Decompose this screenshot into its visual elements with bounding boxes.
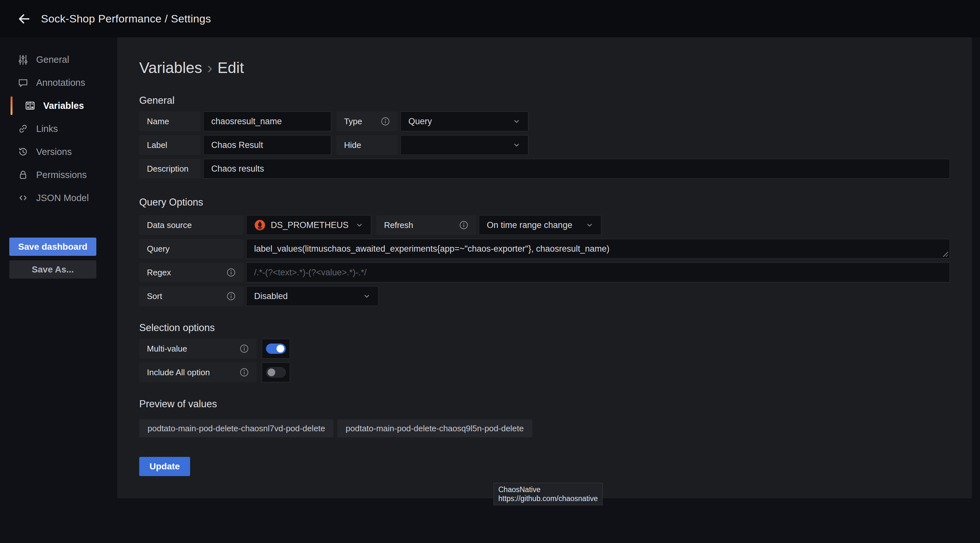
update-button[interactable]: Update <box>139 457 190 476</box>
sidebar-item-annotations[interactable]: Annotations <box>0 71 118 94</box>
label-input[interactable] <box>203 135 331 155</box>
sidebar-item-label: Versions <box>36 146 72 157</box>
tooltip-url: https://github.com/chaosnative <box>498 494 598 503</box>
breadcrumb-page: Edit <box>218 59 244 76</box>
name-type-row: Name Type Query <box>139 111 950 131</box>
toggle-knob <box>277 345 284 352</box>
sidebar-item-label: General <box>36 54 69 65</box>
back-button[interactable] <box>13 8 35 30</box>
sort-select[interactable]: Disabled <box>246 286 379 306</box>
lock-icon <box>18 169 29 180</box>
regex-label: Regex <box>139 263 243 282</box>
settings-nav: General Annotations Variables Links Vers… <box>0 48 118 209</box>
selection-options-heading: Selection options <box>139 322 950 334</box>
sidebar-item-permissions[interactable]: Permissions <box>0 163 118 186</box>
sidebar-item-label: Links <box>36 124 58 134</box>
sidebar-item-variables[interactable]: Variables <box>0 94 118 117</box>
description-label: Description <box>139 159 200 178</box>
prometheus-icon <box>254 219 266 231</box>
history-icon <box>18 146 29 157</box>
description-row: Description <box>139 159 950 178</box>
page-title: Sock-Shop Performance / Settings <box>41 13 211 25</box>
settings-sidebar: General Annotations Variables Links Vers… <box>0 37 118 279</box>
settings-panel: Variables›Edit General Name Type Query L… <box>118 37 972 498</box>
sidebar-actions: Save dashboard Save As... <box>0 237 118 279</box>
sidebar-item-json-model[interactable]: JSON Model <box>0 186 118 209</box>
sidebar-item-general[interactable]: General <box>0 48 118 71</box>
toggle-track <box>266 367 286 377</box>
breadcrumb: Variables›Edit <box>139 59 950 77</box>
top-nav: Sock-Shop Performance / Settings <box>0 0 980 37</box>
query-row: Query <box>139 239 950 259</box>
sidebar-item-label: JSON Model <box>36 193 89 203</box>
preview-heading: Preview of values <box>139 398 950 410</box>
query-label: Query <box>139 239 243 259</box>
preview-values: podtato-main-pod-delete-chaosnl7vd-pod-d… <box>139 419 950 437</box>
info-icon[interactable] <box>226 291 236 301</box>
preview-value-pill: podtato-main-pod-delete-chaosnl7vd-pod-d… <box>139 419 334 437</box>
include-all-row: Include All option <box>139 362 950 382</box>
name-input[interactable] <box>203 111 331 131</box>
info-icon[interactable] <box>239 344 249 354</box>
info-icon[interactable] <box>239 368 249 377</box>
comment-icon <box>18 77 29 88</box>
datasource-label: Data source <box>139 215 243 235</box>
sidebar-item-label: Permissions <box>36 170 87 180</box>
sliders-icon <box>18 54 29 65</box>
preview-value-pill: podtato-main-pod-delete-chaosq9l5n-pod-d… <box>337 419 532 437</box>
sort-row: Sort Disabled <box>139 286 950 306</box>
regex-row: Regex <box>139 263 950 282</box>
multi-value-toggle[interactable] <box>262 339 290 358</box>
resize-handle[interactable] <box>942 251 948 257</box>
datasource-refresh-row: Data source DS_PROMETHEUS Refresh On tim… <box>139 215 950 235</box>
chevron-down-icon <box>586 221 593 229</box>
multi-value-label: Multi-value <box>139 339 257 358</box>
info-icon[interactable] <box>226 268 236 277</box>
save-as-button[interactable]: Save As... <box>9 260 96 279</box>
chaosnative-tooltip: ChaosNative https://github.com/chaosnati… <box>493 483 603 505</box>
include-all-label: Include All option <box>139 362 257 382</box>
arrow-left-icon <box>18 13 30 25</box>
hide-label: Hide <box>336 135 398 155</box>
sidebar-item-versions[interactable]: Versions <box>0 140 118 163</box>
tooltip-title: ChaosNative <box>498 485 598 494</box>
query-options-heading: Query Options <box>139 197 950 208</box>
regex-input[interactable] <box>246 263 950 282</box>
type-label: Type <box>336 111 398 131</box>
info-icon[interactable] <box>459 220 469 230</box>
chevron-down-icon <box>513 118 520 125</box>
datasource-select[interactable]: DS_PROMETHEUS <box>246 215 371 235</box>
sort-label: Sort <box>139 286 243 306</box>
toggle-track <box>266 344 286 354</box>
chevron-down-icon <box>363 292 371 300</box>
type-select[interactable]: Query <box>400 111 528 131</box>
include-all-toggle[interactable] <box>262 362 290 382</box>
grafana-settings-page: { "topnav": { "title": "Sock-Shop Perfor… <box>0 0 980 543</box>
refresh-select[interactable]: On time range change <box>479 215 601 235</box>
query-input[interactable] <box>246 239 950 259</box>
label-hide-row: Label Hide <box>139 135 950 155</box>
variables-grid-icon <box>25 100 35 111</box>
breadcrumb-separator: › <box>207 59 213 76</box>
breadcrumb-section: Variables <box>139 59 202 76</box>
link-icon <box>18 123 29 134</box>
hide-select[interactable] <box>400 135 528 155</box>
chevron-down-icon <box>513 141 520 149</box>
code-icon <box>18 193 29 203</box>
info-icon[interactable] <box>380 116 390 126</box>
chevron-down-icon <box>356 221 363 229</box>
label-label: Label <box>139 135 200 155</box>
multi-value-row: Multi-value <box>139 339 950 358</box>
general-section-heading: General <box>139 95 950 106</box>
refresh-label: Refresh <box>376 215 476 235</box>
sidebar-item-links[interactable]: Links <box>0 117 118 140</box>
description-input[interactable] <box>203 159 950 178</box>
name-label: Name <box>139 111 200 131</box>
save-dashboard-button[interactable]: Save dashboard <box>9 237 96 256</box>
sidebar-item-label: Variables <box>43 100 84 111</box>
sidebar-item-label: Annotations <box>36 78 85 88</box>
toggle-knob <box>267 368 275 376</box>
